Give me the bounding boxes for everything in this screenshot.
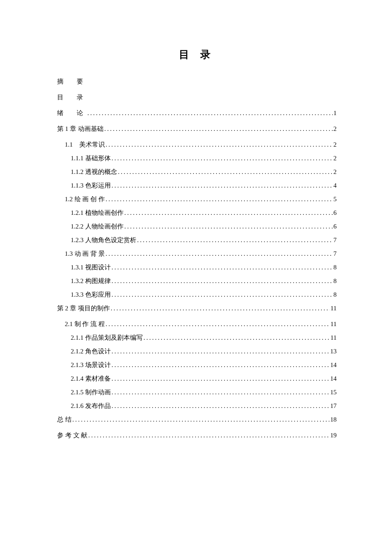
toc-entry-page: 5	[334, 196, 337, 203]
toc-dots	[124, 223, 333, 230]
toc-entry-page: 2	[334, 141, 337, 148]
toc-entry: 1.1.2 透视的概念2	[57, 168, 337, 176]
toc-entry-label: 2.1.4 素材准备	[71, 375, 111, 383]
toc-dots	[87, 110, 333, 117]
toc-entry: 1.1 美术常识2	[57, 141, 337, 149]
toc-entry-label: 摘 要	[57, 78, 86, 86]
toc-entry: 1.2.2 人物绘画创作6	[57, 223, 337, 231]
toc-entry-page: 11	[331, 334, 337, 341]
toc-entry: 参 考 文 献19	[57, 431, 337, 439]
toc-dots	[112, 264, 333, 271]
toc-dots	[112, 389, 329, 396]
toc-dots	[104, 125, 333, 133]
toc-entry: 目 录	[57, 93, 337, 101]
toc-dots	[112, 375, 329, 382]
toc-entry-page: 6	[334, 209, 337, 217]
toc-entry: 第 1 章 动画基础2	[57, 125, 337, 133]
toc-entry-label: 2.1.5 制作动画	[71, 388, 111, 396]
toc-entry-page: 14	[330, 375, 337, 382]
toc-entry: 2.1 制 作 流 程11	[57, 320, 337, 328]
toc-entry-page: 13	[330, 348, 337, 355]
toc-dots	[112, 155, 333, 162]
toc-entry: 2.1.3 场景设计14	[57, 361, 337, 369]
toc-entry-label: 1.1.2 透视的概念	[71, 168, 117, 176]
toc-entry-page: 1	[334, 110, 337, 117]
toc-entry-label: 绪 论	[57, 109, 86, 117]
toc-entry: 1.2.1 植物绘画创作6	[57, 209, 337, 217]
toc-entry-page: 2	[334, 168, 337, 176]
table-of-contents: 摘 要目 录绪 论1第 1 章 动画基础21.1 美术常识21.1.1 基础形体…	[57, 78, 337, 439]
toc-dots	[112, 291, 333, 298]
toc-entry-page: 7	[334, 237, 337, 244]
toc-entry-label: 1.2.2 人物绘画创作	[71, 223, 124, 231]
toc-entry: 2.1.6 发布作品17	[57, 402, 337, 410]
toc-entry-page: 2	[334, 155, 337, 162]
toc-entry-label: 2.1.1 作品策划及剧本编写	[71, 334, 143, 342]
toc-entry: 2.1.5 制作动画15	[57, 388, 337, 396]
toc-entry-label: 1.2.1 植物绘画创作	[71, 209, 124, 217]
toc-entry-label: 第 1 章 动画基础	[57, 125, 104, 133]
toc-entry-page: 8	[334, 278, 337, 285]
toc-dots	[112, 182, 333, 189]
toc-dots	[106, 250, 333, 257]
toc-entry-label: 1.3.1 视图设计	[71, 263, 111, 272]
toc-entry: 第 2 章 项目的制作11	[57, 304, 337, 312]
toc-dots	[144, 334, 330, 341]
toc-entry: 1.3.3 色彩应用8	[57, 291, 337, 299]
toc-entry-label: 1.3 动 画 背 景	[65, 250, 105, 258]
toc-entry-label: 1.2.3 人物角色设定赏析	[71, 236, 136, 244]
toc-dots	[112, 361, 329, 369]
toc-dots	[88, 432, 329, 439]
toc-entry: 1.2.3 人物角色设定赏析7	[57, 236, 337, 244]
toc-dots	[72, 416, 329, 423]
toc-entry: 1.1.3 色彩运用4	[57, 182, 337, 190]
toc-entry: 1.1.1 基础形体2	[57, 154, 337, 162]
page-title: 目 录	[57, 48, 337, 61]
toc-dots	[112, 348, 329, 355]
toc-entry-page: 15	[330, 389, 337, 396]
toc-entry-page: 4	[334, 182, 337, 189]
toc-dots	[124, 209, 333, 217]
toc-entry-label: 1.1 美术常识	[65, 141, 105, 149]
toc-entry: 2.1.2 角色设计13	[57, 347, 337, 356]
toc-entry: 1.3 动 画 背 景7	[57, 250, 337, 258]
toc-entry-page: 19	[330, 432, 337, 439]
toc-entry-label: 目 录	[57, 93, 86, 101]
toc-entry-label: 参 考 文 献	[57, 431, 87, 439]
toc-dots	[112, 402, 329, 410]
toc-entry-label: 2.1 制 作 流 程	[65, 320, 105, 328]
toc-dots	[137, 237, 333, 244]
toc-entry-page: 18	[330, 416, 337, 423]
toc-entry-page: 17	[330, 402, 337, 410]
toc-entry-label: 1.3.3 色彩应用	[71, 291, 111, 299]
toc-entry: 1.2 绘 画 创 作5	[57, 195, 337, 203]
toc-entry-page: 11	[331, 305, 337, 312]
toc-entry-page: 2	[334, 125, 337, 133]
toc-entry-label: 总 结	[57, 416, 72, 424]
toc-entry-label: 2.1.2 角色设计	[71, 347, 111, 356]
toc-entry-label: 2.1.6 发布作品	[71, 402, 111, 410]
toc-entry-page: 7	[334, 250, 337, 257]
toc-entry-page: 8	[334, 264, 337, 271]
toc-entry-label: 2.1.3 场景设计	[71, 361, 111, 369]
toc-dots	[111, 305, 330, 312]
toc-entry-label: 1.1.3 色彩运用	[71, 182, 111, 190]
toc-entry-page: 8	[334, 291, 337, 298]
toc-dots	[118, 168, 333, 176]
toc-entry: 摘 要	[57, 78, 337, 86]
toc-entry-label: 1.2 绘 画 创 作	[65, 195, 105, 203]
toc-dots	[112, 278, 333, 285]
toc-dots	[106, 321, 330, 328]
toc-dots	[106, 141, 333, 148]
toc-entry-page: 6	[334, 223, 337, 230]
toc-entry: 绪 论1	[57, 109, 337, 117]
toc-entry: 2.1.4 素材准备14	[57, 375, 337, 383]
toc-entry-label: 1.1.1 基础形体	[71, 154, 111, 162]
toc-entry: 1.3.1 视图设计8	[57, 263, 337, 272]
toc-entry-label: 1.3.2 构图规律	[71, 277, 111, 285]
toc-entry: 总 结18	[57, 416, 337, 424]
toc-entry: 2.1.1 作品策划及剧本编写11	[57, 334, 337, 342]
toc-dots	[106, 196, 333, 203]
toc-entry-label: 第 2 章 项目的制作	[57, 304, 110, 312]
toc-entry-page: 11	[331, 321, 337, 328]
